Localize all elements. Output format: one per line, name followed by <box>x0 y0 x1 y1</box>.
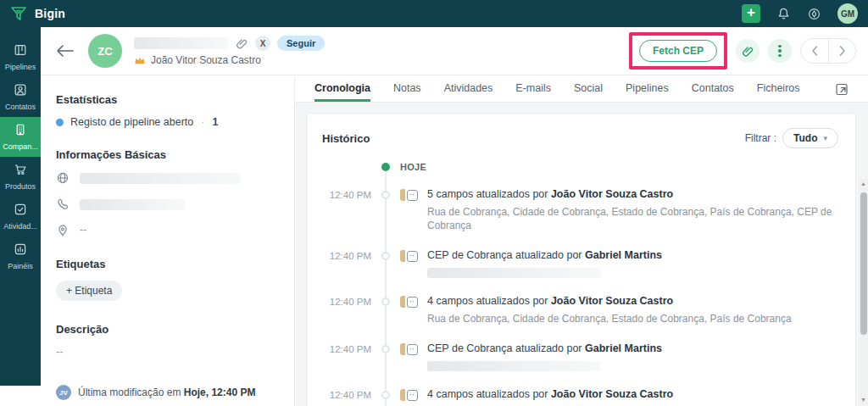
sidebar-item-atividad[interactable]: Atividad... <box>0 197 41 236</box>
entry-title[interactable]: CEP de Cobrança atualizado por Gabriel M… <box>427 342 838 356</box>
entry-title[interactable]: 4 campos atualizados por João Vitor Souz… <box>427 294 838 309</box>
timeline-node-icon <box>381 191 390 199</box>
tab-pipelines[interactable]: Pipelines <box>626 76 669 102</box>
location-pin-icon <box>56 224 70 237</box>
popout-window-icon[interactable] <box>835 82 849 97</box>
timeline-entry: 12:40 PM ·· 4 campos atualizados por Joã… <box>322 387 838 406</box>
companies-icon <box>14 123 27 140</box>
rewards-badge-icon[interactable] <box>807 7 821 21</box>
pipelines-icon <box>14 43 27 60</box>
entry-value-redacted <box>427 268 601 278</box>
sidebar-item-compan[interactable]: Compan... <box>0 117 41 157</box>
next-record-button[interactable] <box>828 39 855 63</box>
entry-detail: Rua de Cobrança, Cidade de Cobrança, Est… <box>427 205 838 232</box>
previous-record-button[interactable] <box>801 39 828 63</box>
history-card: Histórico Filtrar : Tudo ▾ HOJE <box>306 113 856 406</box>
timeline: HOJE 12:40 PM ·· 5 campos atualizados po… <box>322 162 838 406</box>
entry-time: 12:40 PM <box>322 387 371 400</box>
tab-notas[interactable]: Notas <box>393 76 421 102</box>
sidebar-item-produtos[interactable]: Produtos <box>0 157 41 197</box>
record-pager <box>800 38 856 64</box>
tags-section-title: Etiquetas <box>56 258 277 270</box>
sidebar-item-label: Contatos <box>5 103 36 111</box>
sidebar-item-label: Produtos <box>5 182 36 191</box>
entry-actor-name: João Vitor Souza Castro <box>551 388 673 400</box>
record-details-panel: Estatísticas Registo de pipeline aberto … <box>41 76 295 406</box>
last-modified-text: Última modificação em Hoje, 12:40 PM <box>78 387 255 398</box>
tab-emails[interactable]: E-mails <box>515 76 551 102</box>
entry-time: 12:40 PM <box>322 248 371 261</box>
scroll-down-icon[interactable]: ▼ <box>859 397 868 403</box>
entry-value-redacted <box>427 361 601 371</box>
phone-icon <box>56 197 70 211</box>
phone-value-redacted <box>80 199 185 210</box>
add-tag-button[interactable]: + Etiqueta <box>56 281 122 301</box>
timeline-entry: 12:40 PM ·· CEP de Cobrança atualizado p… <box>322 248 838 278</box>
tab-atividades[interactable]: Atividades <box>444 76 493 102</box>
field-update-megaphone-icon: ·· <box>400 343 418 355</box>
sidebar-item-pipelines[interactable]: Pipelines <box>0 37 41 77</box>
sidebar-item-contatos[interactable]: Contatos <box>0 77 41 117</box>
entry-title[interactable]: 4 campos atualizados por João Vitor Souz… <box>427 387 838 402</box>
basic-info-section-title: Informações Básicas <box>56 148 277 161</box>
open-pipeline-dot-icon <box>56 119 64 126</box>
filter-label: Filtrar : <box>745 132 776 144</box>
user-avatar[interactable]: GM <box>837 3 858 24</box>
tab-contatos[interactable]: Contatos <box>692 76 734 102</box>
follow-button[interactable]: Seguir <box>277 36 325 51</box>
entry-detail: Rua de Cobrança, Cidade de Cobrança, Est… <box>427 312 838 325</box>
last-modified-value: Hoje, 12:40 PM <box>184 387 256 398</box>
field-update-megaphone-icon: ·· <box>400 250 418 262</box>
scrollbar-thumb[interactable] <box>860 192 867 335</box>
sidebar-item-painis[interactable]: Painéis <box>0 236 41 276</box>
company-name-redacted <box>134 37 229 49</box>
stats-item-value: 1 <box>212 116 218 128</box>
more-options-kebab-icon[interactable] <box>768 39 792 63</box>
tab-ficheiros[interactable]: Ficheiros <box>757 76 800 102</box>
filter-value: Tudo <box>793 132 817 144</box>
bigin-app-window: Bigin + GM Pipelines Contatos Comp <box>0 0 868 406</box>
fetch-cep-button[interactable]: Fetch CEP <box>639 40 717 62</box>
address-value: -- <box>80 224 86 236</box>
sidebar-item-label: Compan... <box>3 142 38 151</box>
entry-time: 12:40 PM <box>322 342 371 354</box>
link-icon[interactable] <box>236 37 248 50</box>
back-arrow-icon[interactable] <box>56 44 75 58</box>
sidebar-item-label: Painéis <box>8 262 33 270</box>
stats-item-label[interactable]: Registo de pipeline aberto <box>70 116 193 128</box>
notifications-bell-icon[interactable] <box>776 7 791 21</box>
owner-crown-icon <box>134 55 146 65</box>
tab-social[interactable]: Social <box>574 76 603 102</box>
tab-cronologia[interactable]: Cronologia <box>314 76 370 102</box>
sidebar-nav: Pipelines Contatos Compan... Produtos At… <box>0 27 41 386</box>
chevron-down-icon: ▾ <box>823 134 827 142</box>
today-dot-icon <box>381 163 390 171</box>
activities-icon <box>14 203 27 220</box>
brand-name: Bigin <box>35 7 65 20</box>
filter-dropdown[interactable]: Tudo ▾ <box>782 128 838 148</box>
field-update-megaphone-icon: ·· <box>400 389 418 401</box>
record-tabs: Cronologia Notas Atividades E-mails Soci… <box>296 76 868 103</box>
products-icon <box>14 163 27 180</box>
entry-actor-name: Gabriel Martins <box>585 342 662 354</box>
add-tag-label: + Etiqueta <box>66 285 112 297</box>
timeline-entry: 12:40 PM ·· 5 campos atualizados por Joã… <box>322 187 838 232</box>
timeline-node-icon <box>381 298 390 306</box>
entry-title[interactable]: CEP de Cobrança atualizado por Gabriel M… <box>427 248 838 263</box>
scroll-up-icon[interactable]: ▲ <box>859 181 868 186</box>
entry-time: 12:40 PM <box>322 294 371 307</box>
contacts-icon <box>14 83 27 100</box>
sidebar-item-label: Atividad... <box>3 222 37 231</box>
vertical-scrollbar[interactable]: ▲ ▼ <box>859 179 868 406</box>
attachment-link-icon[interactable] <box>736 39 760 63</box>
record-owner-name: João Vitor Souza Castro <box>151 54 261 66</box>
entry-actor-name: João Vitor Souza Castro <box>551 188 673 200</box>
entry-title[interactable]: 5 campos atualizados por João Vitor Souz… <box>427 187 838 202</box>
timeline-node-icon <box>381 391 390 399</box>
add-new-button[interactable]: + <box>742 4 760 23</box>
description-section-title: Descrição <box>56 323 277 336</box>
topbar: Bigin + GM <box>0 0 868 27</box>
description-value: -- <box>56 346 277 358</box>
website-globe-icon <box>56 171 70 185</box>
twitter-x-icon[interactable]: X <box>255 36 270 51</box>
